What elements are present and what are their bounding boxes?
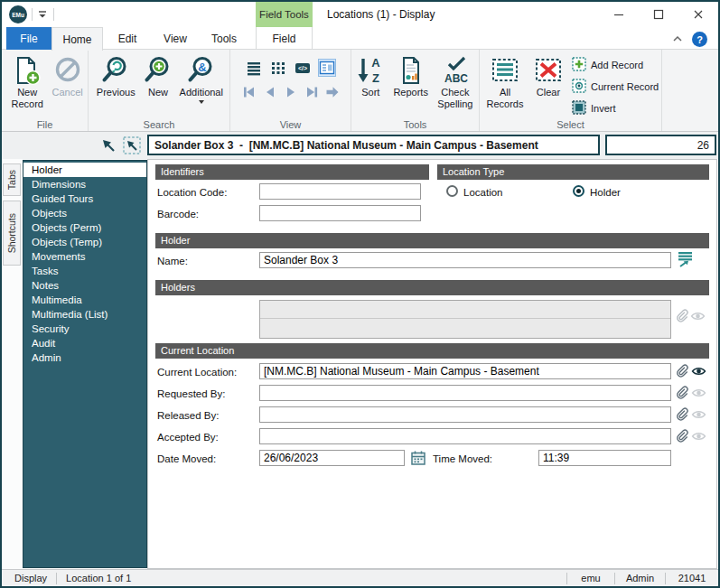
drag-arrow-icon[interactable] [99, 136, 117, 158]
holder-radio[interactable] [573, 185, 584, 197]
sidebar-item-objects[interactable]: Objects [23, 206, 146, 220]
new-search-button[interactable]: New [142, 52, 175, 98]
clear-selection-button[interactable]: Clear [528, 52, 568, 98]
invert-selection-button[interactable]: Invert [572, 100, 659, 117]
maximize-button[interactable] [639, 2, 678, 27]
minimize-button[interactable] [599, 2, 639, 27]
status-user: Admin [615, 573, 665, 583]
time-moved-input[interactable] [538, 450, 671, 466]
sidebar-item-movements[interactable]: Movements [23, 249, 146, 264]
holder-tab-form: Identifiers Location Type Location Code:… [147, 159, 717, 569]
field-tools-context-label: Field Tools [256, 2, 313, 27]
goto-record-icon[interactable] [323, 83, 341, 101]
current-location-attach-icon[interactable] [674, 363, 689, 378]
list-view-icon[interactable] [245, 59, 263, 77]
accepted-by-view-icon[interactable] [691, 431, 706, 442]
ribbon-spacer [662, 50, 718, 131]
barcode-label: Barcode: [157, 209, 199, 219]
status-mode: Display [2, 573, 56, 583]
titlebar-separator [32, 8, 33, 21]
holder-radio-label: Holder [590, 187, 621, 198]
sidebar-item-notes[interactable]: Notes [23, 278, 146, 293]
lookup-list-icon[interactable] [677, 251, 695, 268]
invert-selection-icon [572, 100, 586, 117]
tab-tools[interactable]: Tools [199, 27, 249, 50]
current-record-button[interactable]: Current Record [572, 79, 659, 95]
requested-by-label: Requested By: [157, 388, 225, 399]
holders-attach-icon[interactable] [674, 308, 689, 323]
tab-home[interactable]: Home [51, 27, 103, 51]
grid-view-icon[interactable] [269, 59, 287, 77]
accepted-by-input[interactable] [259, 428, 671, 444]
sidebar-item-objects-temp[interactable]: Objects (Temp) [23, 235, 146, 249]
name-label: Name: [157, 256, 188, 266]
cancel-button[interactable]: Cancel [49, 52, 86, 98]
strip-tab-tabs[interactable]: Tabs [3, 163, 21, 196]
details-view-icon[interactable] [318, 59, 336, 77]
quick-access-dropdown-icon[interactable] [36, 8, 49, 21]
sidebar-item-security[interactable]: Security [23, 322, 146, 336]
code-view-icon[interactable]: </> [294, 59, 312, 77]
next-record-icon[interactable] [282, 83, 300, 101]
check-spelling-button[interactable]: ABC Check Spelling [434, 52, 477, 110]
new-record-button[interactable]: New Record [5, 52, 49, 110]
group-label-tools: Tools [351, 119, 479, 130]
accepted-by-attach-icon[interactable] [674, 428, 689, 443]
ribbon-group-view: </> [230, 50, 351, 131]
emu-application-window: EMu Field Tools Locations (1) - Display … [0, 0, 720, 588]
ribbon: New Record Cancel File [2, 50, 718, 132]
additional-search-button[interactable]: & Additional [175, 52, 228, 104]
sidebar-item-multimedia[interactable]: Multimedia [23, 293, 146, 307]
released-by-attach-icon[interactable] [674, 406, 689, 422]
date-moved-label: Date Moved: [157, 453, 216, 464]
check-spelling-icon: ABC [440, 53, 471, 87]
previous-search-button[interactable]: Previous [90, 52, 142, 98]
drag-select-icon[interactable] [123, 136, 141, 158]
sidebar-item-tasks[interactable]: Tasks [23, 264, 146, 278]
calendar-icon[interactable] [410, 450, 426, 466]
released-by-view-icon[interactable] [691, 409, 706, 420]
tab-file[interactable]: File [6, 27, 51, 50]
first-record-icon[interactable] [240, 83, 258, 101]
sidebar-item-objects-perm[interactable]: Objects (Perm) [23, 220, 146, 235]
reports-button[interactable]: Reports [388, 52, 434, 98]
sidebar-item-multimedia-list[interactable]: Multimedia (List) [23, 307, 146, 322]
sidebar-item-audit[interactable]: Audit [23, 336, 146, 350]
requested-by-attach-icon[interactable] [674, 385, 689, 400]
holders-view-icon[interactable] [690, 311, 706, 322]
sidebar-item-holder[interactable]: Holder [23, 163, 146, 177]
previous-record-icon[interactable] [261, 83, 279, 101]
record-summary-title: Solander Box 3 - [NM.MC.B] National Muse… [147, 135, 600, 155]
location-code-input[interactable] [259, 183, 421, 200]
date-moved-input[interactable] [259, 450, 405, 466]
location-radio[interactable] [446, 185, 458, 197]
add-record-button[interactable]: Add Record [572, 57, 659, 73]
holders-grid[interactable] [259, 300, 671, 339]
collapse-ribbon-icon[interactable] [671, 33, 684, 45]
tab-field[interactable]: Field [256, 27, 313, 50]
accepted-by-label: Accepted By: [157, 432, 219, 443]
sidebar-item-dimensions[interactable]: Dimensions [23, 177, 146, 191]
tab-view[interactable]: View [152, 27, 199, 50]
requested-by-input[interactable] [259, 385, 671, 401]
sidebar-item-guided-tours[interactable]: Guided Tours [23, 191, 146, 206]
strip-tab-shortcuts[interactable]: Shortcuts [3, 201, 21, 266]
section-holder: Holder [155, 233, 709, 248]
requested-by-view-icon[interactable] [691, 387, 706, 398]
holders-grid-row [260, 301, 670, 319]
sidebar-item-admin[interactable]: Admin [23, 350, 146, 365]
help-button[interactable]: ? [692, 32, 707, 47]
previous-search-icon [100, 53, 131, 87]
additional-dropdown-arrow [199, 100, 204, 104]
sort-button[interactable]: A Z Sort [353, 52, 388, 98]
current-location-view-icon[interactable] [691, 366, 706, 377]
group-label-view: View [230, 119, 351, 130]
current-location-input[interactable] [259, 363, 671, 379]
name-input[interactable] [259, 252, 671, 268]
close-button[interactable] [678, 2, 718, 27]
barcode-input[interactable] [259, 205, 421, 221]
tab-edit[interactable]: Edit [103, 27, 152, 50]
released-by-input[interactable] [259, 406, 671, 423]
all-records-button[interactable]: All Records [482, 52, 528, 110]
last-record-icon[interactable] [303, 83, 321, 101]
